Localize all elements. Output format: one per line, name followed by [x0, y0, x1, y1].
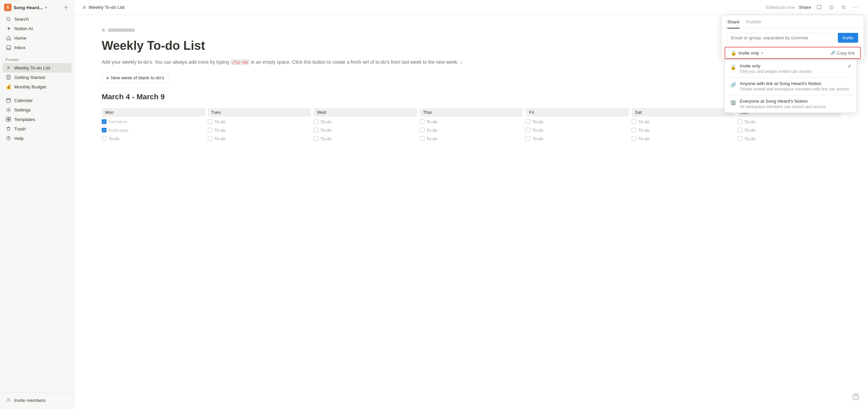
checkbox[interactable]	[420, 136, 425, 141]
todo-item: To-do	[632, 127, 735, 134]
sidebar-top: S Song Heard... ▾	[0, 0, 74, 13]
sidebar-item-getting-started[interactable]: Getting Started	[3, 73, 72, 82]
checkbox[interactable]	[420, 119, 425, 124]
checkbox[interactable]	[314, 136, 318, 141]
todo-text: To-do	[215, 128, 226, 133]
sidebar-item-home[interactable]: Home	[3, 33, 72, 43]
checkbox[interactable]	[737, 119, 742, 124]
settings-label: Settings	[14, 107, 31, 113]
checkbox[interactable]	[102, 136, 106, 141]
dropdown-item-icon: 🔒	[730, 64, 736, 70]
dropdown-item-desc: Only you and people invited can access	[740, 69, 844, 74]
sidebar-item-notion-ai[interactable]: ✦ Notion AI	[3, 24, 72, 33]
todo-item: To-do	[314, 127, 417, 134]
dropdown-item-everyone-at-notion[interactable]: 🏢Everyone at Song Heard's NotionAll work…	[725, 95, 856, 113]
todo-text: To-do	[215, 119, 226, 124]
notion-ai-icon: ✦	[5, 25, 12, 32]
day-header: Sat	[632, 108, 735, 117]
new-page-button[interactable]	[62, 3, 70, 12]
sidebar-item-settings[interactable]: Settings	[3, 105, 72, 115]
trash-label: Trash	[14, 126, 26, 131]
comment-icon[interactable]	[815, 3, 823, 12]
copy-link-button[interactable]: 🔗 Copy link	[830, 50, 855, 56]
sidebar-item-help[interactable]: Help	[3, 134, 72, 143]
checkbox[interactable]: ✓	[102, 119, 106, 124]
page-type-icon: ≡	[83, 4, 86, 11]
inline-code: /to-do	[230, 59, 250, 65]
share-access-row: 🔒 Invite only ▾ 🔗 Copy link 🔒Invite only…	[725, 47, 861, 59]
checkbox[interactable]	[526, 136, 530, 141]
checkbox[interactable]	[526, 128, 530, 132]
email-input[interactable]	[727, 33, 835, 43]
home-label: Home	[14, 36, 26, 41]
todo-text: To-do	[427, 136, 438, 141]
dropdown-item-anyone-with-link[interactable]: 🔗Anyone with link at Song Heard's Notion…	[725, 78, 856, 95]
todo-item: To-do	[526, 136, 629, 142]
invite-members-button[interactable]: Invite members	[3, 395, 72, 405]
sidebar-item-templates[interactable]: Templates	[3, 115, 72, 124]
dropdown-item-desc: All workspace members can search and acc…	[740, 104, 852, 109]
todo-text: To-do	[638, 128, 650, 133]
sidebar-item-monthly-budget[interactable]: 💰 Monthly Budget	[3, 82, 72, 91]
checkbox[interactable]	[632, 128, 636, 132]
desc-text-2: in an empty space. Click this button to …	[251, 59, 462, 65]
day-header: Mon	[102, 108, 205, 117]
dropdown-item-title: Invite only	[740, 63, 844, 68]
svg-point-10	[8, 139, 9, 140]
favorite-icon[interactable]	[840, 3, 848, 12]
help-icon	[5, 135, 12, 141]
help-float-icon[interactable]	[850, 391, 861, 402]
tab-publish[interactable]: Publish	[746, 19, 761, 28]
sidebar-item-trash[interactable]: Trash	[3, 124, 72, 134]
sidebar-bottom-items: Calendar Settings Templates Trash	[0, 94, 74, 144]
dropdown-item-desc: People invited and workspace members wit…	[740, 87, 852, 91]
day-header: Fri	[526, 108, 629, 117]
dropdown-item-invite-only[interactable]: 🔒Invite onlyOnly you and people invited …	[725, 60, 856, 77]
checkbox[interactable]	[314, 119, 318, 124]
topbar: ≡ Weekly To-do List Edited just now Shar…	[75, 0, 868, 15]
checkbox[interactable]	[208, 119, 213, 124]
checkbox[interactable]	[420, 128, 425, 132]
desc-text-1: Add your weekly to-do's. You can always …	[102, 59, 229, 65]
new-week-button[interactable]: ≡ New week of blank to-do's	[102, 73, 169, 83]
search-label: Search	[14, 17, 29, 22]
todo-item: To-do	[208, 119, 311, 125]
todo-item: To-do	[526, 127, 629, 134]
workspace-chevron: ▾	[45, 5, 47, 10]
svg-rect-5	[6, 117, 8, 119]
share-invite-row: Invite	[722, 29, 864, 47]
sidebar-item-inbox[interactable]: Inbox	[3, 43, 72, 52]
workspace-name[interactable]: S Song Heard... ▾	[4, 4, 47, 11]
todo-item: To-do	[420, 127, 523, 134]
todo-item: To-do	[737, 119, 841, 125]
checkbox[interactable]	[526, 119, 530, 124]
sidebar-item-weekly-todo[interactable]: ≡ Weekly To-do List	[3, 63, 72, 73]
link-icon: 🔗	[830, 50, 835, 55]
share-button[interactable]: Share	[799, 5, 811, 10]
access-level-label: Invite only	[738, 50, 759, 56]
invite-members-label: Invite members	[14, 398, 45, 403]
invite-button[interactable]: Invite	[838, 33, 858, 43]
day-column-sun: SunTo-doTo-doTo-do	[737, 108, 841, 142]
checkbox[interactable]	[632, 136, 636, 141]
access-level-selector[interactable]: 🔒 Invite only ▾	[731, 50, 763, 56]
tab-share[interactable]: Share	[727, 19, 739, 28]
more-options-icon[interactable]	[852, 3, 860, 12]
todo-text: To-do	[427, 128, 438, 133]
history-icon[interactable]	[827, 3, 835, 12]
checkbox[interactable]: ✓	[102, 128, 106, 132]
dropdown-item-icon: 🔗	[730, 81, 736, 88]
checkbox[interactable]	[314, 128, 318, 132]
sidebar-item-calendar[interactable]: Calendar	[3, 96, 72, 105]
checkbox[interactable]	[208, 136, 213, 141]
budget-icon: 💰	[5, 84, 12, 90]
sidebar-item-search[interactable]: Search	[3, 14, 72, 24]
monthly-budget-label: Monthly Budget	[14, 84, 46, 89]
checkbox[interactable]	[737, 136, 742, 141]
todo-item: To-do	[314, 136, 417, 142]
checkbox[interactable]	[632, 119, 636, 124]
checkbox[interactable]	[737, 128, 742, 132]
drag-dot	[102, 28, 105, 32]
dropdown-item-title: Everyone at Song Heard's Notion	[740, 99, 852, 104]
checkbox[interactable]	[208, 128, 213, 132]
